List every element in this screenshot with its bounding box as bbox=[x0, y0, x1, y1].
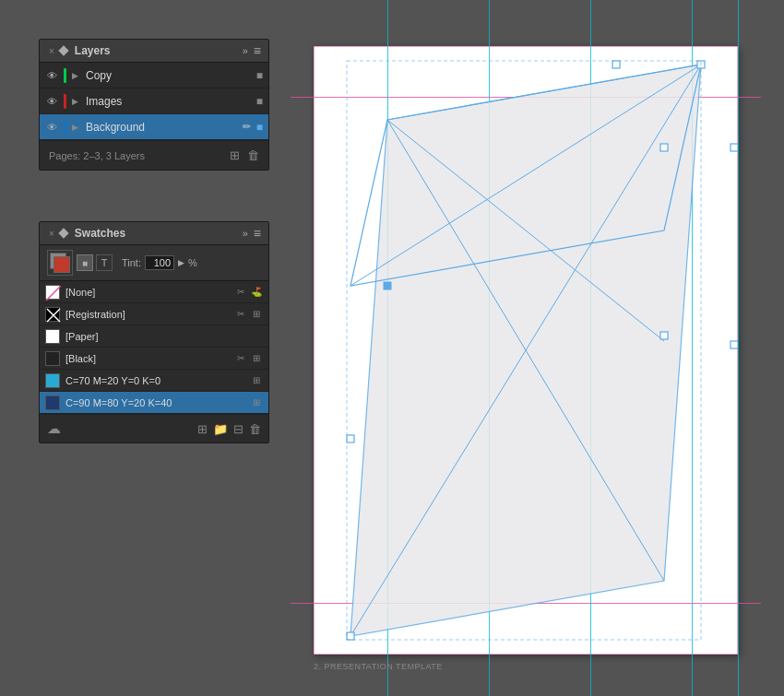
swatch-name: C=90 M=80 Y=20 K=40 bbox=[65, 397, 244, 408]
layer-row-images[interactable]: 👁 ▶ Images ■ bbox=[40, 88, 268, 114]
swatch-color-box bbox=[45, 329, 60, 344]
layers-collapse-icon[interactable]: » bbox=[243, 45, 248, 56]
svg-rect-13 bbox=[347, 632, 354, 640]
tint-arrow[interactable]: ▶ bbox=[178, 258, 184, 267]
layer-color-bar bbox=[64, 68, 66, 83]
tint-label: Tint: bbox=[122, 257, 141, 268]
layer-color-bar bbox=[64, 120, 66, 135]
swatch-name: [None] bbox=[65, 287, 229, 298]
swatches-diamond-icon bbox=[58, 228, 68, 238]
swatches-panel: × Swatches » ≡ ■ T Tint: ▶ % [None] ✂ bbox=[39, 221, 269, 443]
swatch-row-3[interactable]: [Black] ✂ ⊞ bbox=[40, 348, 268, 370]
swatch-color-none bbox=[45, 285, 60, 300]
swatch-row-1[interactable]: [Registration] ✂ ⊞ bbox=[40, 303, 268, 325]
layers-footer-text: Pages: 2–3, 3 Layers bbox=[49, 150, 145, 161]
layers-menu-icon[interactable]: ≡ bbox=[254, 43, 261, 58]
swatches-panel-header: × Swatches » ≡ bbox=[40, 222, 268, 245]
layer-edit-icon[interactable]: ✏ bbox=[243, 121, 251, 133]
svg-rect-21 bbox=[347, 435, 354, 442]
swatch-color-box bbox=[45, 307, 60, 322]
swatch-type-icons: ■ T bbox=[77, 254, 113, 271]
layer-square-icon: ■ bbox=[256, 95, 263, 108]
swatches-footer: ☁ ⊞ 📁 ⊟ 🗑 bbox=[40, 414, 268, 442]
layer-eye-icon[interactable]: 👁 bbox=[45, 121, 58, 134]
swatch-fill-preview bbox=[53, 256, 70, 273]
canvas-svg bbox=[314, 46, 738, 655]
guide-v5 bbox=[738, 0, 739, 696]
layer-eye-icon[interactable]: 👁 bbox=[45, 95, 58, 108]
layers-footer-icons: ⊞ 🗑 bbox=[230, 148, 259, 162]
layers-diamond-icon bbox=[58, 45, 68, 55]
layer-row-copy[interactable]: 👁 ▶ Copy ■ bbox=[40, 63, 268, 88]
layer-eye-icon[interactable]: 👁 bbox=[45, 69, 58, 82]
layers-close-button[interactable]: × bbox=[47, 46, 56, 56]
swatches-close-button[interactable]: × bbox=[47, 229, 56, 239]
svg-rect-20 bbox=[612, 61, 620, 68]
swatch-grid-icon: ⊞ bbox=[250, 308, 263, 321]
layer-arrow: ▶ bbox=[72, 71, 78, 80]
tint-input[interactable] bbox=[145, 255, 174, 270]
swatch-name: [Paper] bbox=[65, 331, 257, 342]
svg-line-0 bbox=[46, 286, 61, 301]
layer-name: Images bbox=[86, 95, 251, 108]
swatch-scissors-icon: ✂ bbox=[234, 308, 247, 321]
layers-title: Layers bbox=[75, 44, 111, 57]
swatches-menu-icon[interactable]: ≡ bbox=[254, 226, 261, 241]
layer-row-background[interactable]: 👁 ▶ Background ✏ ■ bbox=[40, 114, 268, 140]
swatch-cmyk-icon: ⊞ bbox=[250, 352, 263, 365]
swatch-rows: [None] ✂ ⛳ [Registration] ✂ ⊞ [Paper] [B… bbox=[40, 281, 268, 414]
swatch-icons: ⊞ bbox=[250, 396, 263, 409]
layer-name: Copy bbox=[86, 69, 251, 82]
swatch-color-box bbox=[45, 395, 60, 410]
swatch-row-5[interactable]: C=90 M=80 Y=20 K=40 ⊞ bbox=[40, 392, 268, 414]
swatch-color-box bbox=[45, 373, 60, 388]
swatch-fill-btn[interactable]: ■ bbox=[77, 254, 93, 271]
swatches-footer-action-icons: ⊞ 📁 ⊟ 🗑 bbox=[197, 422, 261, 436]
layer-rows: 👁 ▶ Copy ■ 👁 ▶ Images ■ 👁 ▶ Background ✏… bbox=[40, 63, 268, 140]
swatch-icons: ⊞ bbox=[250, 374, 263, 387]
swatch-cmyk-icon: ⊞ bbox=[250, 396, 263, 409]
layer-square-icon: ■ bbox=[256, 121, 263, 134]
page-container: 2. PRESENTATION TEMPLATE bbox=[314, 46, 738, 655]
swatch-row-2[interactable]: [Paper] bbox=[40, 325, 268, 348]
swatch-row-4[interactable]: C=70 M=20 Y=0 K=0 ⊞ bbox=[40, 370, 268, 392]
layers-panel-header: × Layers » ≡ bbox=[40, 40, 268, 63]
swatches-collapse-icon[interactable]: » bbox=[243, 228, 248, 239]
canvas-area: 2. PRESENTATION TEMPLATE bbox=[286, 0, 784, 696]
swatch-flag-icon: ⛳ bbox=[250, 286, 263, 299]
layers-pages-icon[interactable]: ⊞ bbox=[230, 148, 240, 162]
swatch-row-0[interactable]: [None] ✂ ⛳ bbox=[40, 281, 268, 303]
layer-arrow: ▶ bbox=[72, 123, 78, 132]
swatches-new-icon[interactable]: ☁ bbox=[47, 420, 61, 437]
swatches-title: Swatches bbox=[75, 227, 125, 240]
svg-rect-12 bbox=[384, 282, 391, 289]
swatch-icons: ✂ ⊞ bbox=[234, 352, 263, 365]
swatch-text-btn[interactable]: T bbox=[96, 254, 113, 271]
swatches-grid-icon[interactable]: ⊞ bbox=[197, 422, 208, 436]
svg-rect-14 bbox=[660, 332, 668, 339]
swatch-preview bbox=[47, 250, 73, 276]
swatches-merge-icon[interactable]: ⊟ bbox=[233, 422, 244, 436]
svg-rect-11 bbox=[660, 144, 668, 151]
swatches-delete-icon[interactable]: 🗑 bbox=[249, 422, 261, 436]
svg-rect-18 bbox=[731, 144, 738, 151]
swatch-name: [Black] bbox=[65, 353, 229, 364]
layer-color-bar bbox=[64, 94, 66, 109]
swatch-name: [Registration] bbox=[65, 309, 229, 320]
layer-square-icon: ■ bbox=[256, 69, 263, 82]
swatch-icons: ✂ ⛳ bbox=[234, 286, 263, 299]
swatch-name: C=70 M=20 Y=0 K=0 bbox=[65, 375, 244, 386]
layers-panel-footer: Pages: 2–3, 3 Layers ⊞ 🗑 bbox=[40, 140, 268, 170]
swatches-toolbar: ■ T Tint: ▶ % bbox=[40, 245, 268, 281]
tint-percent: % bbox=[188, 257, 197, 268]
swatch-icons: ✂ ⊞ bbox=[234, 308, 263, 321]
layers-delete-icon[interactable]: 🗑 bbox=[247, 148, 259, 162]
layer-name: Background bbox=[86, 121, 237, 134]
page-label: 2. PRESENTATION TEMPLATE bbox=[314, 662, 443, 671]
swatch-scissors-icon: ✂ bbox=[234, 352, 247, 365]
swatch-cmyk-icon: ⊞ bbox=[250, 374, 263, 387]
svg-rect-19 bbox=[731, 341, 738, 348]
layers-panel: × Layers » ≡ 👁 ▶ Copy ■ 👁 ▶ Images ■ 👁 ▶… bbox=[39, 39, 269, 171]
swatches-folder-icon[interactable]: 📁 bbox=[213, 422, 228, 436]
swatch-scissors-icon: ✂ bbox=[234, 286, 247, 299]
